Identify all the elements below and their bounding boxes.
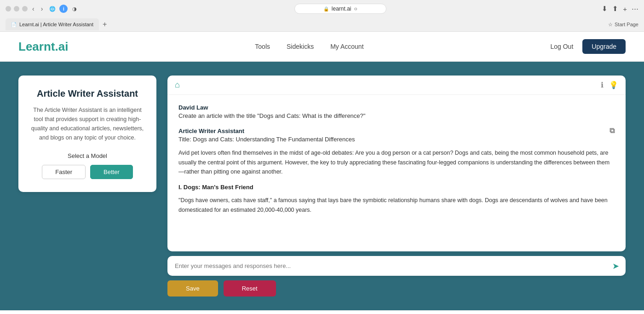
article-body: Avid pet lovers often find themselves in… bbox=[178, 148, 615, 215]
toolbar-right-icons: ℹ 💡 bbox=[601, 81, 618, 89]
tab-label: Learnt.ai | Article Writer Assistant bbox=[19, 22, 93, 27]
article-intro: Avid pet lovers often find themselves in… bbox=[178, 148, 615, 177]
start-page-label: Start Page bbox=[615, 22, 638, 27]
nav-tools[interactable]: Tools bbox=[255, 43, 270, 50]
logo[interactable]: Learnt.ai bbox=[18, 40, 68, 54]
extension-info-icon[interactable]: i bbox=[59, 5, 68, 13]
panel-description: The Article Writer Assistant is an intel… bbox=[29, 105, 145, 142]
app-header: Learnt.ai Tools Sidekicks My Account Log… bbox=[0, 32, 644, 62]
address-bar[interactable]: 🔒 learnt.ai ○ bbox=[82, 4, 598, 14]
lock-icon: 🔒 bbox=[323, 6, 329, 12]
better-model-button[interactable]: Better bbox=[90, 165, 133, 179]
chat-messages: David Law Create an article with the tit… bbox=[167, 95, 626, 251]
chat-area: ⌂ ℹ 💡 David Law Create an article with t… bbox=[167, 76, 626, 251]
panel-title: Article Writer Assistant bbox=[29, 88, 145, 99]
faster-model-button[interactable]: Faster bbox=[42, 165, 86, 179]
loading-icon: ○ bbox=[354, 6, 357, 12]
left-panel: Article Writer Assistant The Article Wri… bbox=[18, 76, 156, 192]
reset-button[interactable]: Reset bbox=[224, 280, 276, 297]
assistant-message: Article Writer Assistant ⧉ Title: Dogs a… bbox=[178, 128, 615, 215]
new-tab-button[interactable]: + bbox=[101, 20, 109, 29]
info-icon[interactable]: ℹ bbox=[601, 81, 604, 89]
select-model-label: Select a Model bbox=[29, 152, 145, 159]
browser-extension-icons: 🌐 i ◑ bbox=[48, 5, 79, 13]
share-icon[interactable]: ⬆ bbox=[612, 5, 618, 13]
chat-toolbar: ⌂ ℹ 💡 bbox=[167, 76, 626, 95]
browser-right-icons: ⬇ ⬆ + ⋯ bbox=[602, 5, 638, 13]
browser-chrome: ‹ › 🌐 i ◑ 🔒 learnt.ai ○ ⬇ ⬆ + ⋯ 📄 Learnt… bbox=[0, 0, 644, 32]
extension-theme-icon[interactable]: ◑ bbox=[70, 5, 79, 13]
user-message: David Law Create an article with the tit… bbox=[178, 104, 615, 119]
url-display[interactable]: 🔒 learnt.ai ○ bbox=[294, 4, 386, 14]
url-text: learnt.ai bbox=[332, 6, 351, 12]
window-controls: ‹ › bbox=[6, 4, 45, 13]
section-1-text: "Dogs have owners, cats have staff," a f… bbox=[178, 196, 615, 215]
logo-suffix: .ai bbox=[55, 40, 68, 53]
assistant-name: Article Writer Assistant ⧉ bbox=[178, 128, 615, 134]
extension-globe-icon[interactable]: 🌐 bbox=[48, 5, 57, 13]
star-icon: ☆ bbox=[608, 22, 613, 28]
window-close-btn[interactable] bbox=[6, 6, 11, 12]
header-actions: Log Out Upgrade bbox=[550, 39, 626, 54]
tab-favicon: 📄 bbox=[11, 22, 17, 27]
save-button[interactable]: Save bbox=[167, 280, 218, 297]
nav-sidekicks[interactable]: Sidekicks bbox=[287, 43, 314, 50]
message-input[interactable] bbox=[167, 256, 606, 276]
main-nav: Tools Sidekicks My Account bbox=[255, 43, 363, 50]
assistant-name-text: Article Writer Assistant bbox=[178, 128, 244, 134]
send-icon: ➤ bbox=[612, 262, 619, 271]
active-tab[interactable]: 📄 Learnt.ai | Article Writer Assistant bbox=[6, 18, 99, 30]
section-1-heading: I. Dogs: Man's Best Friend bbox=[178, 182, 615, 192]
right-panel: ⌂ ℹ 💡 David Law Create an article with t… bbox=[167, 76, 626, 297]
browser-toolbar: ‹ › 🌐 i ◑ 🔒 learnt.ai ○ ⬇ ⬆ + ⋯ bbox=[0, 0, 644, 17]
home-icon[interactable]: ⌂ bbox=[175, 80, 180, 90]
logout-button[interactable]: Log Out bbox=[550, 43, 573, 50]
nav-my-account[interactable]: My Account bbox=[330, 43, 363, 50]
user-name: David Law bbox=[178, 104, 615, 111]
more-icon[interactable]: ⋯ bbox=[632, 5, 638, 13]
copy-icon[interactable]: ⧉ bbox=[610, 127, 615, 135]
window-minimize-btn[interactable] bbox=[14, 6, 19, 12]
model-buttons: Faster Better bbox=[29, 165, 145, 179]
forward-button[interactable]: › bbox=[39, 4, 45, 13]
send-button[interactable]: ➤ bbox=[606, 256, 626, 276]
input-area: ➤ bbox=[167, 256, 626, 276]
tab-bar: 📄 Learnt.ai | Article Writer Assistant +… bbox=[0, 17, 644, 31]
logo-main: Learnt bbox=[18, 40, 55, 53]
download-icon[interactable]: ⬇ bbox=[602, 5, 608, 13]
new-tab-icon[interactable]: + bbox=[623, 5, 627, 13]
upgrade-button[interactable]: Upgrade bbox=[582, 39, 626, 54]
main-content: Article Writer Assistant The Article Wri… bbox=[0, 62, 644, 310]
user-message-text: Create an article with the title "Dogs a… bbox=[178, 112, 615, 119]
start-page-link[interactable]: ☆ Start Page bbox=[608, 22, 638, 28]
back-button[interactable]: ‹ bbox=[30, 4, 36, 13]
bottom-buttons: Save Reset bbox=[167, 280, 626, 297]
lightbulb-icon[interactable]: 💡 bbox=[609, 81, 618, 89]
window-maximize-btn[interactable] bbox=[22, 6, 28, 12]
assistant-title: Title: Dogs and Cats: Understanding The … bbox=[178, 136, 615, 143]
